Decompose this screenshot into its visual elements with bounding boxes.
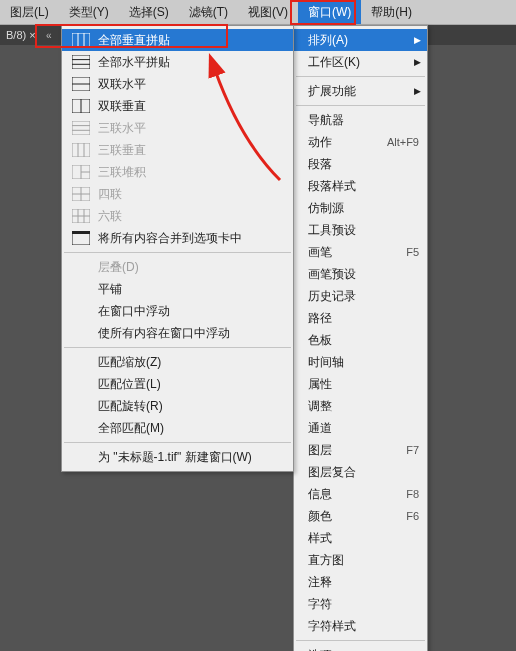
- arrange-submenu: 全部垂直拼贴全部水平拼贴双联水平双联垂直三联水平三联垂直三联堆积四联六联将所有内…: [61, 25, 294, 472]
- window-menu-item[interactable]: 时间轴: [294, 351, 427, 373]
- menu-item-label: 图层: [308, 442, 332, 459]
- window-menu-item[interactable]: 颜色F6: [294, 505, 427, 527]
- window-menu-item[interactable]: 排列(A)▶: [294, 29, 427, 51]
- window-menu-item[interactable]: 动作Alt+F9: [294, 131, 427, 153]
- arrange-menu-item[interactable]: 在窗口中浮动: [62, 300, 293, 322]
- menu-item-shortcut: F5: [406, 246, 419, 258]
- menu-separator: [296, 640, 425, 641]
- window-menu-item[interactable]: 仿制源: [294, 197, 427, 219]
- menu-item-label: 历史记录: [308, 288, 356, 305]
- two-v-icon: [72, 99, 90, 113]
- menu-item-label: 扩展功能: [308, 83, 356, 100]
- window-menu-item[interactable]: 画笔预设: [294, 263, 427, 285]
- menubar: 图层(L)类型(Y)选择(S)滤镜(T)视图(V)窗口(W)帮助(H): [0, 0, 516, 25]
- window-menu-item[interactable]: 扩展功能▶: [294, 80, 427, 102]
- menubar-item[interactable]: 类型(Y): [59, 0, 119, 24]
- three-v-icon: [72, 143, 90, 157]
- menu-item-label: 三联垂直: [98, 142, 146, 159]
- window-menu-item[interactable]: 属性: [294, 373, 427, 395]
- window-menu-item[interactable]: 图层复合: [294, 461, 427, 483]
- menubar-item[interactable]: 帮助(H): [361, 0, 422, 24]
- arrange-menu-item: 四联: [62, 183, 293, 205]
- tab-overflow-icon[interactable]: «: [42, 30, 56, 41]
- window-menu-item[interactable]: 画笔F5: [294, 241, 427, 263]
- three-h-icon: [72, 121, 90, 135]
- vert-all-icon: [72, 33, 90, 47]
- menu-item-label: 工作区(K): [308, 54, 360, 71]
- menu-item-label: 全部水平拼贴: [98, 54, 170, 71]
- submenu-arrow-icon: ▶: [414, 57, 421, 67]
- window-menu-item[interactable]: 导航器: [294, 109, 427, 131]
- menubar-item[interactable]: 滤镜(T): [179, 0, 238, 24]
- arrange-menu-item: 六联: [62, 205, 293, 227]
- window-menu-item[interactable]: 历史记录: [294, 285, 427, 307]
- menu-item-label: 平铺: [98, 281, 122, 298]
- arrange-menu-item[interactable]: 双联垂直: [62, 95, 293, 117]
- window-menu-item[interactable]: 选项: [294, 644, 427, 651]
- window-menu-item[interactable]: 字符: [294, 593, 427, 615]
- menu-separator: [296, 105, 425, 106]
- window-menu-item[interactable]: 信息F8: [294, 483, 427, 505]
- menubar-item[interactable]: 图层(L): [0, 0, 59, 24]
- arrange-menu-item[interactable]: 使所有内容在窗口中浮动: [62, 322, 293, 344]
- menu-separator: [64, 347, 291, 348]
- window-menu-item[interactable]: 注释: [294, 571, 427, 593]
- arrange-menu-item[interactable]: 匹配缩放(Z): [62, 351, 293, 373]
- window-menu-item[interactable]: 图层F7: [294, 439, 427, 461]
- arrange-menu-item[interactable]: 全部水平拼贴: [62, 51, 293, 73]
- menu-item-label: 排列(A): [308, 32, 348, 49]
- menu-item-label: 信息: [308, 486, 332, 503]
- arrange-menu-item[interactable]: 匹配旋转(R): [62, 395, 293, 417]
- window-menu-item[interactable]: 样式: [294, 527, 427, 549]
- menu-item-shortcut: F7: [406, 444, 419, 456]
- menubar-item[interactable]: 窗口(W): [298, 0, 361, 24]
- arrange-menu-item[interactable]: 双联水平: [62, 73, 293, 95]
- menu-item-label: 属性: [308, 376, 332, 393]
- menu-item-label: 将所有内容合并到选项卡中: [98, 230, 242, 247]
- document-tab[interactable]: B/8) ×: [0, 25, 42, 45]
- menu-item-label: 调整: [308, 398, 332, 415]
- window-menu-item[interactable]: 色板: [294, 329, 427, 351]
- menu-item-label: 颜色: [308, 508, 332, 525]
- window-menu-item[interactable]: 调整: [294, 395, 427, 417]
- submenu-arrow-icon: ▶: [414, 86, 421, 96]
- menu-separator: [64, 252, 291, 253]
- arrange-menu-item[interactable]: 匹配位置(L): [62, 373, 293, 395]
- menu-item-label: 匹配缩放(Z): [98, 354, 161, 371]
- menu-item-label: 双联水平: [98, 76, 146, 93]
- menubar-item[interactable]: 选择(S): [119, 0, 179, 24]
- menu-item-label: 使所有内容在窗口中浮动: [98, 325, 230, 342]
- menu-item-label: 画笔: [308, 244, 332, 261]
- menu-item-label: 全部垂直拼贴: [98, 32, 170, 49]
- menu-item-label: 路径: [308, 310, 332, 327]
- menu-item-label: 动作: [308, 134, 332, 151]
- menu-item-label: 选项: [308, 647, 332, 652]
- menu-item-label: 层叠(D): [98, 259, 139, 276]
- window-menu-item[interactable]: 段落样式: [294, 175, 427, 197]
- window-menu-item[interactable]: 工具预设: [294, 219, 427, 241]
- menu-item-label: 匹配位置(L): [98, 376, 161, 393]
- menu-item-label: 通道: [308, 420, 332, 437]
- menu-item-shortcut: Alt+F9: [387, 136, 419, 148]
- menu-item-label: 为 "未标题-1.tif" 新建窗口(W): [98, 449, 252, 466]
- menu-item-label: 字符: [308, 596, 332, 613]
- arrange-menu-item: 层叠(D): [62, 256, 293, 278]
- arrange-menu-item[interactable]: 将所有内容合并到选项卡中: [62, 227, 293, 249]
- window-menu-item[interactable]: 直方图: [294, 549, 427, 571]
- arrange-menu-item[interactable]: 全部匹配(M): [62, 417, 293, 439]
- menu-item-label: 注释: [308, 574, 332, 591]
- arrange-menu-item[interactable]: 全部垂直拼贴: [62, 29, 293, 51]
- window-menu-item[interactable]: 段落: [294, 153, 427, 175]
- arrange-menu-item: 三联堆积: [62, 161, 293, 183]
- window-menu-item[interactable]: 字符样式: [294, 615, 427, 637]
- window-menu-item[interactable]: 通道: [294, 417, 427, 439]
- window-menu-item[interactable]: 路径: [294, 307, 427, 329]
- horz-all-icon: [72, 55, 90, 69]
- consolidate-icon: [72, 231, 90, 245]
- arrange-menu-item[interactable]: 平铺: [62, 278, 293, 300]
- menu-item-label: 仿制源: [308, 200, 344, 217]
- window-menu-item[interactable]: 工作区(K)▶: [294, 51, 427, 73]
- arrange-menu-item[interactable]: 为 "未标题-1.tif" 新建窗口(W): [62, 446, 293, 468]
- menubar-item[interactable]: 视图(V): [238, 0, 298, 24]
- menu-item-label: 匹配旋转(R): [98, 398, 163, 415]
